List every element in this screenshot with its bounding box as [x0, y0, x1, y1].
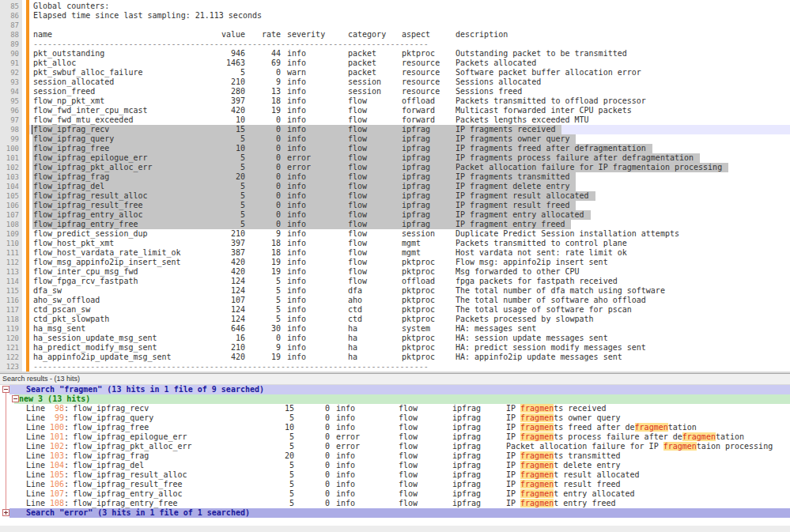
editor-line-content[interactable]: flow_host_pkt_xmt39718infoflowmgmtPacket…: [29, 239, 790, 248]
line-number[interactable]: 90: [0, 49, 22, 58]
editor-line-content[interactable]: flow_host_vardata_rate_limit_ok38718info…: [29, 248, 790, 258]
line-number[interactable]: 88: [0, 30, 22, 40]
line-number[interactable]: 86: [0, 11, 22, 21]
search-hit-line[interactable]: Line98:flow_ipfrag_recv150infoflowipfrag…: [0, 404, 790, 413]
search-hit-line[interactable]: Line102:flow_ipfrag_pkt_alloc_err50error…: [0, 442, 790, 451]
search-hit-line[interactable]: Line103:flow_ipfrag_frag200infoflowipfra…: [0, 451, 790, 461]
editor-line-content[interactable]: flow_ipfrag_result_alloc50infoflowipfrag…: [29, 191, 790, 201]
line-number[interactable]: 117: [0, 305, 22, 315]
line-number[interactable]: 95: [0, 96, 22, 106]
editor-line-content[interactable]: flow_fpga_rcv_fastpath1245infoflowoffloa…: [29, 277, 790, 286]
editor-line-content[interactable]: ----------------------------------------…: [29, 362, 790, 372]
counter-description: Multicast forwarded inter CPU packets: [455, 106, 632, 115]
line-number[interactable]: 111: [0, 248, 22, 258]
editor-line-content[interactable]: flow_fwd_mtu_exceeded100infoflowforwardP…: [29, 115, 790, 125]
editor-line-content[interactable]: flow_predict_session_dup2109infoflowsess…: [29, 229, 790, 239]
line-number[interactable]: 107: [0, 210, 22, 220]
editor-line-content[interactable]: flow_ipfrag_pkt_alloc_err50errorflowipfr…: [29, 163, 790, 172]
hit-prefix: Line: [26, 442, 45, 451]
collapse-icon[interactable]: [12, 395, 19, 402]
counter-category: flow: [348, 153, 367, 163]
line-number[interactable]: 101: [0, 153, 22, 163]
line-number[interactable]: 119: [0, 324, 22, 334]
editor-line-content[interactable]: flow_ipfrag_epilogue_err50errorflowipfra…: [29, 153, 790, 163]
editor-line-content[interactable]: flow_msg_appinfo2ip_insert_sent42019info…: [29, 258, 790, 267]
editor-line-content[interactable]: flow_ipfrag_frag200infoflowipfragIP frag…: [29, 172, 790, 182]
editor-line-content[interactable]: flow_ipfrag_entry_free50infoflowipfragIP…: [29, 220, 790, 229]
expand-icon[interactable]: [2, 509, 9, 516]
editor-line-content[interactable]: ----------------------------------------…: [29, 40, 790, 49]
line-number[interactable]: 99: [0, 134, 22, 144]
line-number[interactable]: 102: [0, 163, 22, 172]
editor-line-content[interactable]: ctd_pkt_slowpath1245infoctdpktprocPacket…: [29, 315, 790, 324]
line-number[interactable]: 109: [0, 229, 22, 239]
search-hit-line[interactable]: Line106:flow_ipfrag_result_free50infoflo…: [0, 480, 790, 489]
line-number[interactable]: 94: [0, 87, 22, 96]
search-hit-line[interactable]: Line100:flow_ipfrag_free100infoflowipfra…: [0, 423, 790, 432]
editor-line-content[interactable]: dfa_sw1245infodfapktprocThe total number…: [29, 286, 790, 296]
line-number[interactable]: 104: [0, 182, 22, 191]
search-result-header[interactable]: Search "fragmen" (13 hits in 1 file of 9…: [0, 385, 790, 394]
editor-line-content[interactable]: pkt_outstanding94644infopacketpktprocOut…: [29, 49, 790, 58]
search-results-pane[interactable]: Search "fragmen" (13 hits in 1 file of 9…: [0, 385, 790, 526]
search-hit-line[interactable]: Line99:flow_ipfrag_query50infoflowipfrag…: [0, 413, 790, 423]
editor-line-content[interactable]: ha_msg_sent64630infohasystemHA: messages…: [29, 324, 790, 334]
editor-line-content[interactable]: ha_predict_modify_msg_sent2109infohapktp…: [29, 343, 790, 353]
line-number[interactable]: 98: [0, 125, 22, 134]
search-result-header[interactable]: Search "error" (3 hits in 1 file of 1 se…: [0, 508, 790, 518]
editor-line-content[interactable]: pkt_alloc146369infopacketresourcePackets…: [29, 58, 790, 68]
search-hit-line[interactable]: Line107:flow_ipfrag_entry_alloc50infoflo…: [0, 489, 790, 499]
editor-line-content[interactable]: flow_ipfrag_result_free50infoflowipfragI…: [29, 201, 790, 210]
editor-line-content[interactable]: aho_sw_offload1075infoahopktprocThe tota…: [29, 296, 790, 305]
line-number[interactable]: 115: [0, 286, 22, 296]
line-number[interactable]: 114: [0, 277, 22, 286]
line-number[interactable]: 112: [0, 258, 22, 267]
line-number[interactable]: 121: [0, 343, 22, 353]
editor-line-content[interactable]: flow_inter_cpu_msg_fwd42019infoflowpktpr…: [29, 267, 790, 277]
editor-line-content[interactable]: Elapsed time since last sampling: 21.113…: [29, 11, 790, 21]
search-result-file-header[interactable]: new 3 (13 hits): [0, 394, 790, 404]
search-hit-line[interactable]: Line105:flow_ipfrag_result_alloc50infofl…: [0, 470, 790, 480]
line-number[interactable]: 97: [0, 115, 22, 125]
line-number[interactable]: 85: [0, 2, 22, 11]
search-hit-line[interactable]: Line108:flow_ipfrag_entry_free50infoflow…: [0, 499, 790, 508]
line-number[interactable]: 105: [0, 191, 22, 201]
editor-line-content[interactable]: [29, 21, 790, 30]
editor-line-content[interactable]: flow_ipfrag_del50infoflowipfragIP fragme…: [29, 182, 790, 191]
editor-pane[interactable]: 85Global counters:86Elapsed time since l…: [0, 0, 790, 372]
line-number[interactable]: 93: [0, 77, 22, 87]
line-number[interactable]: 110: [0, 239, 22, 248]
line-number[interactable]: 91: [0, 58, 22, 68]
line-number[interactable]: 87: [0, 21, 22, 30]
line-number[interactable]: 122: [0, 353, 22, 362]
line-number[interactable]: 113: [0, 267, 22, 277]
line-number[interactable]: 123: [0, 362, 22, 372]
line-number[interactable]: 118: [0, 315, 22, 324]
search-hit-line[interactable]: Line101:flow_ipfrag_epilogue_err50errorf…: [0, 432, 790, 442]
editor-line-content[interactable]: ctd_pscan_sw1245infoctdpktprocThe total …: [29, 305, 790, 315]
editor-line-content[interactable]: pkt_swbuf_alloc_failure50warnpacketresou…: [29, 68, 790, 77]
search-hit-line[interactable]: Line104:flow_ipfrag_del50infoflowipfragI…: [0, 461, 790, 470]
editor-line-content[interactable]: flow_ipfrag_query50infoflowipfragIP frag…: [29, 134, 790, 144]
line-number[interactable]: 108: [0, 220, 22, 229]
line-number[interactable]: 116: [0, 296, 22, 305]
editor-line-content[interactable]: session_freed28013infosessionresourceSes…: [29, 87, 790, 96]
editor-line-content[interactable]: session_allocated2109infosessionresource…: [29, 77, 790, 87]
editor-line-content[interactable]: namevaluerateseveritycategoryaspectdescr…: [29, 30, 790, 40]
editor-line-content[interactable]: flow_ipfrag_entry_alloc50infoflowipfragI…: [29, 210, 790, 220]
line-number[interactable]: 103: [0, 172, 22, 182]
line-number[interactable]: 106: [0, 201, 22, 210]
line-number[interactable]: 100: [0, 144, 22, 153]
editor-line-content[interactable]: flow_ipfrag_recv150infoflowipfragIP frag…: [29, 125, 790, 134]
editor-line-content[interactable]: ha_session_update_msg_sent160infohapktpr…: [29, 334, 790, 343]
editor-line-content[interactable]: ha_appinfo2ip_update_msg_sent42019infoha…: [29, 353, 790, 362]
editor-line-content[interactable]: flow_ipfrag_free100infoflowipfragIP frag…: [29, 144, 790, 153]
editor-line-content[interactable]: flow_fwd_inter_cpu_mcast42019infoflowfor…: [29, 106, 790, 115]
line-number[interactable]: 92: [0, 68, 22, 77]
line-number[interactable]: 96: [0, 106, 22, 115]
editor-line-content[interactable]: Global counters:: [29, 2, 790, 11]
line-number[interactable]: 89: [0, 40, 22, 49]
line-number[interactable]: 120: [0, 334, 22, 343]
collapse-icon[interactable]: [2, 386, 9, 393]
editor-line-content[interactable]: flow_np_pkt_xmt39718infoflowoffloadPacke…: [29, 96, 790, 106]
